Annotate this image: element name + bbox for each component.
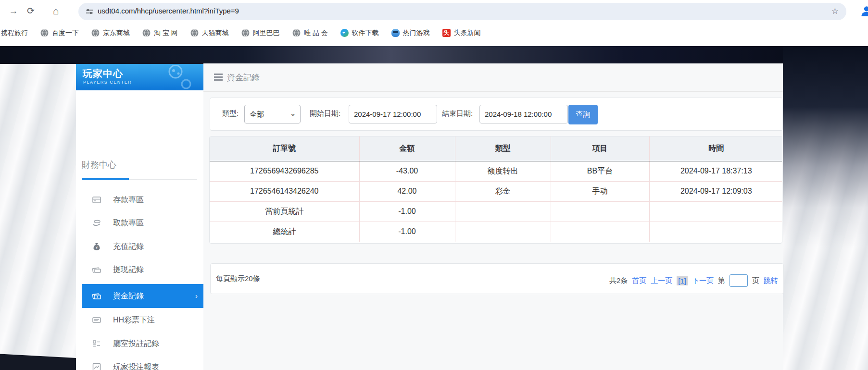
sidebar: 玩家中心 PLAYERS CENTER 財務中心 存款專區 取款專區 ¥ 充值記…	[76, 64, 203, 370]
browser-toolbar: → ⟳ ⌂ usdt04.com/hhcp/usercenter.html?in…	[0, 0, 868, 22]
sidebar-item-hh-lottery-bets[interactable]: HH彩票下注	[82, 308, 203, 332]
cell-time: 2024-09-17 12:09:03	[649, 181, 782, 201]
bookmark-item[interactable]: 头 头条新闻	[442, 29, 481, 37]
cell-label: 總統計	[210, 222, 359, 242]
cell-amount: -43.00	[359, 161, 455, 181]
site-settings-icon[interactable]	[85, 7, 94, 16]
backdrop-dark-band	[0, 46, 868, 64]
moneybag-icon: ¥	[92, 242, 101, 251]
bookmark-item[interactable]: 热门游戏	[391, 29, 430, 37]
table-row: 1726546143426240 42.00 彩金 手动 2024-09-17 …	[210, 181, 782, 201]
svg-text:¥: ¥	[96, 246, 98, 249]
sidebar-item-hall-bet-records[interactable]: 廳室投註記錄	[82, 332, 203, 355]
cell-order-no: 1726569432696285	[210, 161, 359, 181]
profile-avatar-icon[interactable]	[858, 4, 868, 18]
col-amount: 金額	[359, 136, 455, 161]
bookmarks-bar: 携程旅行 百度一下 京东商城 淘 宝 网 天猫商城 阿里巴巴 唯 品 会	[0, 22, 868, 44]
browser-chrome: → ⟳ ⌂ usdt04.com/hhcp/usercenter.html?in…	[0, 0, 868, 46]
toutiao-icon: 头	[442, 29, 451, 37]
bookmark-item[interactable]: 阿里巴巴	[241, 29, 280, 37]
next-page-link[interactable]: 下一页	[692, 276, 714, 285]
table-row: 1726569432696285 -43.00 额度转出 BB平台 2024-0…	[210, 161, 782, 181]
bookmark-item[interactable]: 百度一下	[40, 29, 79, 37]
cell-type: 彩金	[455, 181, 551, 201]
table-row-total: 總統計 -1.00	[210, 222, 782, 242]
cell-amount: -1.00	[359, 222, 455, 242]
chevron-right-icon: ›	[195, 284, 198, 308]
start-date-input[interactable]	[349, 105, 437, 123]
col-order-no: 訂單號	[210, 136, 359, 161]
section-divider	[82, 179, 197, 180]
deposit-card-icon	[92, 196, 101, 204]
banknotes-icon	[92, 265, 101, 274]
sidebar-item-player-bet-report[interactable]: 玩家投注報表	[82, 355, 203, 370]
bookmark-item[interactable]: 软件下载	[340, 29, 379, 37]
sidebar-item-withdraw-zone[interactable]: 取款專區	[82, 211, 203, 234]
chevron-down-icon: ⌄	[290, 110, 296, 117]
sidebar-item-withdraw-records[interactable]: 提現記錄	[82, 258, 203, 281]
bookmark-star-icon[interactable]: ☆	[831, 6, 839, 16]
sidebar-item-deposit[interactable]: 存款專區	[82, 188, 203, 211]
type-select[interactable]: 全部 ⌄	[244, 105, 301, 123]
bookmark-item[interactable]: 京东商城	[91, 29, 130, 37]
globe-icon	[190, 29, 199, 37]
globe-icon	[40, 29, 49, 37]
forward-icon[interactable]: →	[8, 5, 19, 17]
col-type: 類型	[455, 136, 551, 161]
download-circle-icon	[340, 29, 349, 37]
page-size-text: 每頁顯示20條	[216, 274, 260, 284]
bookmark-item[interactable]: 淘 宝 网	[142, 29, 178, 37]
page-title: 資金記錄	[227, 72, 260, 83]
sidebar-item-funds-records[interactable]: 資金記錄 ›	[82, 284, 203, 308]
jump-page-input[interactable]	[730, 274, 748, 287]
cell-order-no: 1726546143426240	[210, 181, 359, 201]
cell-type: 额度转出	[455, 161, 551, 181]
bookmark-item[interactable]: 唯 品 会	[292, 29, 328, 37]
list-records-icon	[92, 339, 101, 348]
game-penguin-icon	[391, 29, 400, 37]
first-page-link[interactable]: 首页	[632, 276, 646, 285]
start-date-label: 開始日期:	[310, 109, 340, 118]
records-table: 訂單號 金額 類型 項目 時間 1726569432696285 -43.00 …	[210, 136, 782, 242]
url-text[interactable]: usdt04.com/hhcp/usercenter.html?iniType=…	[98, 7, 239, 15]
pager: 共2条 首页 上一页 [1] 下一页 第 页 跳转	[609, 274, 778, 287]
cell-item: BB平台	[551, 161, 649, 181]
current-page: [1]	[677, 276, 688, 285]
table-row-page-subtotal: 當前頁統計 -1.00	[210, 201, 782, 222]
prev-page-link[interactable]: 上一页	[651, 276, 672, 285]
bookmark-item[interactable]: 天猫商城	[190, 29, 229, 37]
home-icon[interactable]: ⌂	[50, 5, 62, 17]
globe-icon	[142, 29, 151, 37]
cell-amount: 42.00	[359, 181, 455, 201]
ticket-list-icon	[92, 316, 101, 324]
menu-toggle-icon[interactable]	[214, 74, 223, 81]
screen: → ⟳ ⌂ usdt04.com/hhcp/usercenter.html?in…	[0, 0, 868, 370]
jump-label-pre: 第	[718, 276, 725, 285]
wallet-icon	[92, 292, 101, 300]
cell-label: 當前頁統計	[210, 201, 359, 222]
jump-label-post: 页	[752, 276, 759, 285]
query-button[interactable]: 查詢	[568, 105, 598, 124]
address-bar[interactable]: usdt04.com/hhcp/usercenter.html?iniType=…	[78, 3, 846, 20]
reload-icon[interactable]: ⟳	[25, 5, 37, 17]
type-label: 類型:	[222, 109, 239, 118]
col-item: 項目	[551, 136, 649, 161]
jump-button[interactable]: 跳转	[764, 276, 778, 285]
sidebar-subtitle: PLAYERS CENTER	[83, 80, 132, 85]
filter-bar: 類型: 全部 ⌄ 開始日期: 結束日期: 查詢	[210, 98, 783, 131]
cell-amount: -1.00	[359, 201, 455, 222]
records-table-panel: 訂單號 金額 類型 項目 時間 1726569432696285 -43.00 …	[209, 136, 782, 244]
end-date-input[interactable]	[479, 105, 568, 123]
globe-icon	[91, 29, 100, 37]
pagination-bar: 每頁顯示20條 共2条 首页 上一页 [1] 下一页 第 页 跳转	[210, 263, 784, 294]
sidebar-title: 玩家中心	[83, 67, 123, 80]
sidebar-item-recharge-records[interactable]: ¥ 充值記錄	[82, 234, 203, 258]
cell-item: 手动	[551, 181, 649, 201]
total-count: 共2条	[609, 276, 628, 285]
main-content: 資金記錄 類型: 全部 ⌄ 開始日期: 結束日期: 查詢 訂單號 金額 類型	[203, 63, 783, 370]
cell-time: 2024-09-17 18:37:13	[649, 161, 782, 181]
page-header: 資金記錄	[203, 63, 783, 92]
col-time: 時間	[649, 136, 782, 161]
bookmark-item[interactable]: 携程旅行	[1, 29, 28, 37]
end-date-label: 結束日期:	[442, 109, 473, 118]
